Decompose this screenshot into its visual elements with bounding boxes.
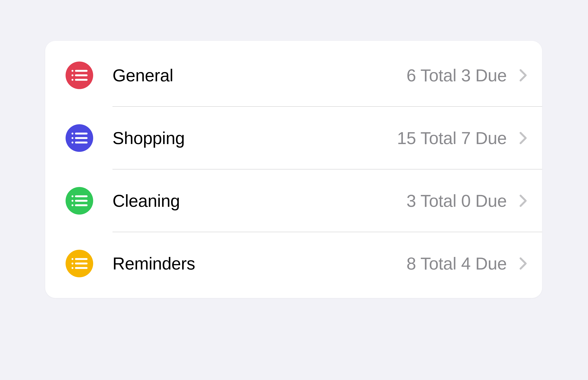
chevron-right-icon xyxy=(518,130,528,147)
list-row-cleaning[interactable]: Cleaning 3 Total 0 Due xyxy=(45,170,542,232)
list-icon xyxy=(65,187,93,215)
list-name: Cleaning xyxy=(112,191,406,210)
list-detail: 3 Total 0 Due xyxy=(406,191,507,211)
list-row-general[interactable]: General 6 Total 3 Due xyxy=(45,44,542,107)
lists-card: General 6 Total 3 Due Shopping 15 Total … xyxy=(45,41,542,298)
list-icon xyxy=(65,61,93,89)
svg-point-10 xyxy=(72,142,74,144)
svg-point-18 xyxy=(72,258,74,260)
list-icon xyxy=(65,124,93,152)
svg-point-4 xyxy=(72,79,74,81)
svg-point-20 xyxy=(72,263,74,265)
chevron-right-icon xyxy=(518,255,528,272)
list-name: General xyxy=(112,66,406,85)
svg-point-22 xyxy=(72,267,74,269)
list-detail: 15 Total 7 Due xyxy=(397,128,507,148)
chevron-right-icon xyxy=(518,67,528,84)
svg-point-6 xyxy=(72,133,74,134)
list-icon xyxy=(65,250,93,277)
list-detail: 6 Total 3 Due xyxy=(406,65,507,85)
svg-point-2 xyxy=(72,75,74,76)
svg-point-8 xyxy=(72,137,74,139)
svg-point-16 xyxy=(72,204,74,206)
svg-point-12 xyxy=(72,195,74,197)
svg-point-14 xyxy=(72,200,74,202)
svg-point-0 xyxy=(72,70,74,72)
list-row-reminders[interactable]: Reminders 8 Total 4 Due xyxy=(45,232,542,295)
chevron-right-icon xyxy=(518,192,528,209)
list-name: Reminders xyxy=(112,254,406,273)
list-name: Shopping xyxy=(112,129,397,148)
list-row-shopping[interactable]: Shopping 15 Total 7 Due xyxy=(45,107,542,170)
list-detail: 8 Total 4 Due xyxy=(406,254,507,273)
